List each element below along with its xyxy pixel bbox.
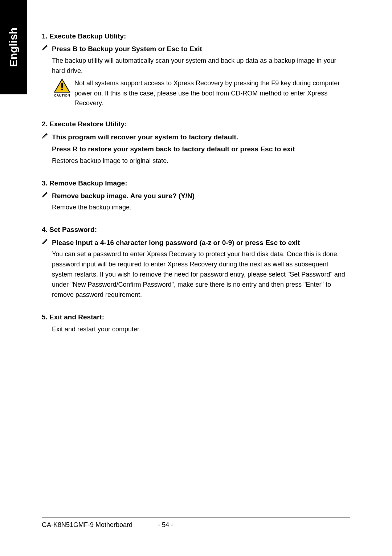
- caution-label: CAUTION: [54, 93, 70, 98]
- section-1-body: Press B to Backup your System or Esc to …: [42, 44, 350, 109]
- page-footer: GA-K8N51GMF-9 Motherboard - 54 -: [42, 518, 350, 529]
- section-2-heading: 2. Execute Restore Utility:: [42, 119, 350, 129]
- section-4-body: Please input a 4-16 character long passw…: [42, 237, 350, 302]
- section-5-body: Exit and restart your computer.: [42, 324, 350, 336]
- section-1-subtitle: Press B to Backup your System or Esc to …: [52, 44, 350, 54]
- footer-rule: [42, 518, 350, 518]
- svg-rect-2: [61, 89, 63, 90]
- pencil-icon: [42, 237, 52, 245]
- section-3-desc: Remove the backup image.: [52, 203, 350, 213]
- section-2-subtitle-1: This program will recover your system to…: [52, 132, 350, 142]
- footer-product: GA-K8N51GMF-9 Motherboard: [42, 521, 158, 529]
- spacer: [42, 324, 52, 325]
- caution-icon: [54, 78, 70, 93]
- section-4-desc: You can set a password to enter Xpress R…: [52, 249, 350, 300]
- section-4-subtitle: Please input a 4-16 character long passw…: [52, 237, 350, 248]
- section-1-heading: 1. Execute Backup Utility:: [42, 31, 350, 41]
- caution-text: Not all systems support access to Xpress…: [74, 78, 350, 109]
- section-4-heading: 4. Set Password:: [42, 224, 350, 235]
- pencil-icon: [42, 132, 52, 139]
- section-2-subtitle-2: Press R to restore your system back to f…: [52, 144, 350, 154]
- pencil-icon: [42, 191, 52, 198]
- pencil-icon: [42, 44, 52, 51]
- section-2-body: This program will recover your system to…: [42, 132, 350, 168]
- footer-page-number: - 54 -: [158, 521, 173, 529]
- caution-block: CAUTION Not all systems support access t…: [52, 78, 350, 109]
- language-tab: English: [0, 0, 27, 94]
- section-5-heading: 5. Exit and Restart:: [42, 312, 350, 322]
- section-2-desc: Restores backup image to original state.: [52, 156, 350, 166]
- page-content: 1. Execute Backup Utility: Press B to Ba…: [42, 31, 350, 336]
- section-5-desc: Exit and restart your computer.: [52, 324, 350, 335]
- section-1-desc: The backup utility will automatically sc…: [52, 56, 350, 76]
- section-3-heading: 3. Remove Backup Image:: [42, 178, 350, 188]
- section-3-subtitle: Remove backup image. Are you sure? (Y/N): [52, 191, 350, 201]
- language-label: English: [8, 28, 20, 67]
- section-3-body: Remove backup image. Are you sure? (Y/N)…: [42, 191, 350, 214]
- svg-rect-1: [61, 83, 63, 87]
